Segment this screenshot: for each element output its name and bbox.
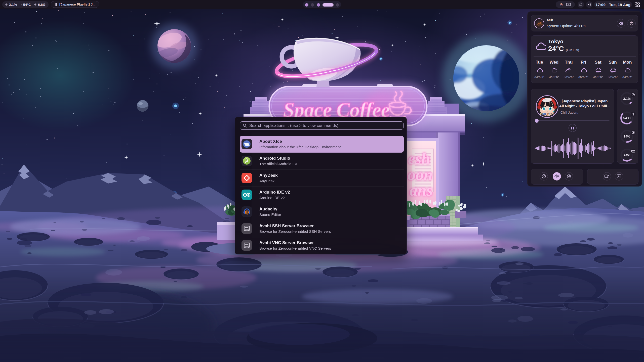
svg-text:esh: esh [408, 150, 430, 167]
svg-text:C: C [560, 4, 563, 7]
svg-text:oon: oon [408, 166, 433, 184]
svg-text:24%: 24% [624, 153, 630, 157]
svg-text:54°C: 54°C [623, 116, 631, 120]
svg-text:ans: ans [410, 181, 433, 199]
svg-text:TOKYO L: TOKYO L [539, 112, 555, 116]
svg-text:14%: 14% [624, 134, 630, 138]
svg-text:3.1%: 3.1% [623, 97, 631, 101]
